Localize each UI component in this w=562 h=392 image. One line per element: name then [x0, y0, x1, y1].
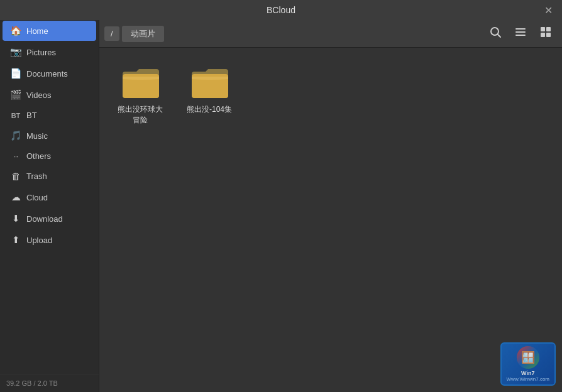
list-view-button[interactable]	[509, 23, 532, 45]
title-bar: BCloud ✕	[0, 0, 562, 20]
sidebar-item-others[interactable]: ··· Others	[3, 147, 96, 165]
file-label: 熊出没环球大冒险	[117, 104, 163, 126]
sidebar-item-music[interactable]: 🎵 Music	[3, 126, 96, 146]
download-icon: ⬇	[10, 213, 21, 224]
watermark: 🪟 Win7 Www.Winwin7.com	[500, 342, 556, 386]
svg-line-1	[498, 35, 501, 38]
svg-rect-4	[515, 35, 526, 36]
watermark-badge: 🪟 Win7 Www.Winwin7.com	[500, 342, 556, 386]
cloud-icon: ☁	[10, 192, 21, 203]
camera-icon: 📷	[10, 46, 21, 58]
watermark-logo: 🪟	[517, 346, 539, 369]
breadcrumb-root-button[interactable]: /	[104, 26, 119, 41]
upload-icon: ⬆	[10, 234, 21, 246]
file-item[interactable]: 熊出没环球大冒险	[112, 60, 168, 131]
search-button[interactable]	[484, 23, 507, 45]
sidebar-item-label: Pictures	[26, 48, 56, 57]
grid-icon	[539, 26, 552, 41]
sidebar-item-label: Download	[26, 214, 63, 224]
files-area: 熊出没环球大冒险 熊出没-104集	[99, 48, 562, 392]
sidebar-item-home[interactable]: 🏠 Home	[3, 21, 96, 41]
sidebar-item-download[interactable]: ⬇ Download	[3, 209, 96, 229]
svg-rect-5	[541, 27, 545, 31]
trash-icon: 🗑	[10, 171, 21, 182]
sidebar-item-label: Videos	[26, 90, 52, 100]
sidebar-item-upload[interactable]: ⬆ Upload	[3, 230, 96, 250]
storage-info: 39.2 GB / 2.0 TB	[0, 374, 99, 392]
toolbar: / 动画片	[99, 20, 562, 48]
sidebar-item-cloud[interactable]: ☁ Cloud	[3, 187, 96, 207]
svg-rect-3	[515, 31, 526, 33]
sidebar-item-label: Documents	[26, 69, 68, 79]
app-title: BCloud	[267, 5, 295, 15]
sidebar-item-videos[interactable]: 🎬 Videos	[3, 85, 96, 105]
watermark-text2: Www.Winwin7.com	[507, 376, 549, 382]
file-item[interactable]: 熊出没-104集	[181, 60, 238, 131]
folder-icon	[189, 65, 229, 99]
svg-rect-7	[541, 33, 545, 37]
sidebar-item-label: Cloud	[26, 193, 48, 202]
video-icon: 🎬	[10, 89, 21, 101]
list-icon	[514, 26, 527, 41]
sidebar-item-label: Trash	[26, 172, 47, 181]
sidebar-item-trash[interactable]: 🗑 Trash	[3, 166, 96, 186]
sidebar-item-label: BT	[26, 111, 37, 120]
sidebar-item-pictures[interactable]: 📷 Pictures	[3, 42, 96, 62]
search-icon	[489, 26, 502, 41]
breadcrumb-folder-button[interactable]: 动画片	[122, 26, 164, 42]
others-icon: ···	[10, 153, 21, 160]
sidebar-item-label: Others	[26, 151, 51, 161]
sidebar-item-label: Upload	[26, 236, 52, 245]
sidebar-item-label: Music	[26, 131, 48, 141]
main-layout: 🏠 Home 📷 Pictures 📄 Documents 🎬 Videos B…	[0, 20, 562, 392]
svg-rect-8	[546, 33, 551, 37]
sidebar-item-label: Home	[26, 26, 48, 36]
svg-rect-2	[515, 28, 526, 30]
sidebar: 🏠 Home 📷 Pictures 📄 Documents 🎬 Videos B…	[0, 20, 99, 392]
bt-icon: BT	[10, 112, 21, 119]
svg-rect-6	[546, 27, 551, 31]
grid-view-button[interactable]	[534, 23, 557, 45]
home-icon: 🏠	[10, 25, 21, 36]
folder-icon	[120, 65, 160, 99]
sidebar-item-bt[interactable]: BT BT	[3, 106, 96, 124]
close-button[interactable]: ✕	[542, 4, 554, 16]
content-area: / 动画片	[99, 20, 562, 392]
sidebar-item-documents[interactable]: 📄 Documents	[3, 63, 96, 84]
file-label: 熊出没-104集	[187, 104, 232, 115]
document-icon: 📄	[10, 68, 21, 79]
watermark-text1: Win7	[521, 370, 534, 376]
music-icon: 🎵	[10, 130, 21, 141]
